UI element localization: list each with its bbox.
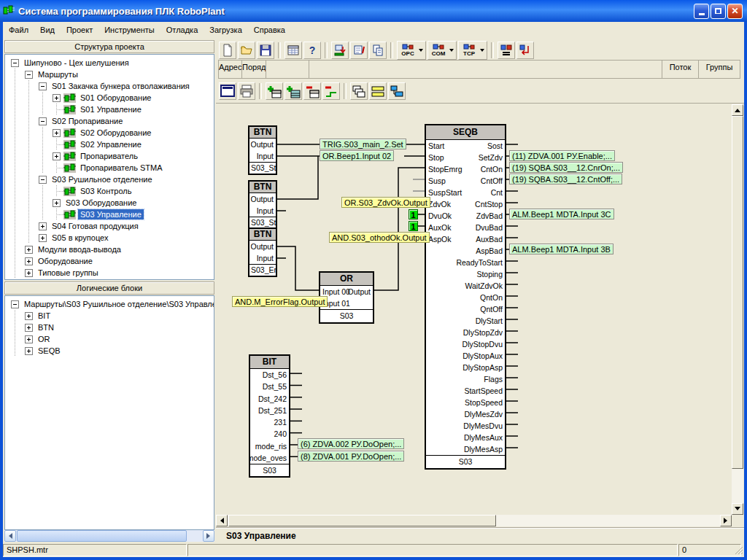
tree-item-label[interactable]: S03 Рушильное отделение (50, 174, 155, 184)
maximize-button[interactable] (711, 4, 726, 19)
constant-value-box[interactable]: 1 (409, 221, 418, 231)
tree-item[interactable]: Маршруты\S03 Рушильное отделение\S03 Упр… (5, 298, 214, 310)
tree-item[interactable]: S01 Оборудование (5, 92, 214, 104)
tree-item-label[interactable]: S03 Контроль (78, 186, 133, 196)
collapse-icon[interactable] (11, 59, 19, 67)
download-plc-button[interactable] (331, 42, 349, 59)
menu-item[interactable]: Вид (34, 24, 61, 36)
port-row[interactable]: DlyStart (426, 315, 505, 327)
connection-label[interactable]: (19) SQBA.S03__12.CntOff;... (509, 174, 622, 184)
scroll-thumb[interactable] (732, 116, 743, 469)
expand-icon[interactable] (39, 234, 47, 242)
connection-label[interactable]: OR.S03_ZdvOk.Output (341, 197, 430, 208)
connection-label[interactable]: OR.Beep1.Input 02 (320, 150, 394, 161)
connection-label[interactable]: ALM.Beep1 MDTA.Input 3C (509, 209, 614, 219)
open-file-button[interactable] (238, 42, 255, 59)
project-tree[interactable]: Шипуново - Цех шелушенияМаршрутыS01 Зака… (4, 54, 214, 280)
collapse-icon[interactable] (39, 82, 47, 90)
close-button[interactable]: ✕ (727, 4, 743, 19)
tree-item-label[interactable]: Маршруты\S03 Рушильное отделение\S03 Упр… (22, 299, 214, 309)
port-row[interactable]: ZdvOkCntStop (426, 198, 505, 210)
port-row[interactable]: DlyStopAsp (426, 362, 505, 373)
menu-item[interactable]: Проект (61, 24, 98, 36)
port-row[interactable]: StopEmrgCntOn (426, 163, 505, 175)
column-header-2[interactable]: Порядок (241, 60, 266, 79)
port-row[interactable]: Flags (426, 373, 505, 385)
port-row[interactable]: DlyStopDvu (426, 338, 505, 350)
port-row[interactable]: DvuOkZdvBad (426, 210, 505, 222)
port-row[interactable]: SuspCntOff (426, 175, 505, 187)
port-row[interactable]: Dst_251 (250, 405, 289, 416)
connection-label[interactable]: ALM.Beep1 MDTA.Input 3B (509, 244, 614, 254)
connection-label[interactable]: (19) SQBA.S03__12.CnrOn;... (509, 162, 623, 173)
tree-item[interactable]: Типовые группы (5, 267, 214, 279)
tree-item-label[interactable]: S03 Оборудование (63, 198, 139, 208)
block-bit[interactable]: BITDst_56Dst_55Dst_242Dst_251231240mode_… (249, 354, 290, 478)
tree-item[interactable]: S01 Управление (5, 104, 214, 115)
port-row[interactable]: 240 (250, 428, 289, 440)
tcp-connect-button[interactable]: TCP (458, 41, 487, 60)
resize-grip[interactable] (734, 545, 744, 556)
tree-item[interactable]: S04 Готовая продукция (5, 220, 214, 232)
align-horizontal-button[interactable] (369, 82, 387, 100)
tree-item-label[interactable]: BIT (36, 311, 53, 321)
tree-item[interactable]: SEQB (5, 345, 214, 357)
expand-icon[interactable] (39, 222, 47, 230)
dropdown-arrow-icon[interactable] (419, 49, 423, 54)
dropdown-arrow-icon[interactable] (480, 49, 484, 54)
column-header-1[interactable]: Адрес (218, 60, 242, 79)
port-row[interactable]: Input (249, 150, 276, 162)
tree-item-label[interactable]: S04 Готовая продукция (50, 221, 141, 231)
connection-label[interactable]: (11) ZDVA.001 РУ.Enable;... (509, 150, 615, 161)
tree-item-label[interactable]: S05 в крупоцех (50, 233, 110, 243)
expand-icon[interactable] (25, 335, 33, 343)
tree-item-label[interactable]: S02 Управление (78, 139, 144, 149)
block-seqb[interactable]: SEQBStartSostStopSetZdvStopEmrgCntOnSusp… (425, 124, 506, 470)
scroll-left-button[interactable] (4, 530, 16, 542)
port-row[interactable]: AspOkAuxBad (426, 233, 505, 245)
tree-item[interactable]: S03 Управление (5, 209, 214, 220)
port-row[interactable]: Dst_55 (250, 381, 289, 392)
expand-icon[interactable] (25, 246, 33, 254)
port-row[interactable]: Output (249, 193, 276, 205)
tree-item[interactable]: BTN (5, 322, 214, 333)
port-row[interactable]: Input 00Output (320, 286, 373, 298)
tree-item-label[interactable]: SEQB (36, 346, 63, 356)
collapse-icon[interactable] (11, 300, 19, 308)
tree-item[interactable]: OR (5, 333, 214, 345)
tree-item[interactable]: S02 Пропаривание (5, 115, 214, 127)
tree-item-label[interactable]: S03 Управление (78, 209, 144, 219)
tree-item-label[interactable]: S02 Пропаривание (50, 116, 125, 126)
tree-item[interactable]: S03 Оборудование (5, 197, 214, 209)
delete-link-button[interactable] (322, 82, 340, 100)
scheme-window-button[interactable] (219, 82, 236, 100)
expand-icon[interactable] (25, 257, 33, 265)
port-row[interactable]: DlyStopAux (426, 350, 505, 362)
expand-icon[interactable] (53, 129, 61, 137)
expand-icon[interactable] (25, 347, 33, 355)
expand-icon[interactable] (25, 312, 33, 320)
connection-label[interactable]: (6) ZDVA.002 РУ.DoOpen;... (298, 438, 404, 449)
upload-plc-button[interactable] (350, 42, 368, 59)
scroll-right-button[interactable] (720, 515, 732, 526)
port-row[interactable]: QntOn (426, 292, 505, 303)
port-row[interactable]: Dst_242 (250, 393, 289, 405)
minimize-button[interactable] (694, 4, 709, 19)
port-row[interactable]: Stoping (426, 268, 505, 280)
connection-label[interactable]: TRIG.S03_main_2.Set (320, 139, 406, 149)
tree-item[interactable]: Оборудование (5, 255, 214, 267)
scroll-up-button[interactable] (732, 104, 743, 116)
help-button[interactable]: ? (303, 42, 321, 59)
arrange-blocks-button[interactable] (350, 82, 368, 100)
port-row[interactable]: 231 (250, 416, 289, 428)
scroll-left-button[interactable] (216, 515, 228, 526)
tree-item[interactable]: Модули ввода-вывода (5, 244, 214, 255)
connection-label[interactable]: (8) ZDVA.001 РУ.DoOpen;... (298, 451, 404, 462)
port-row[interactable]: Input (249, 205, 276, 217)
tree-item-label[interactable]: S01 Управление (78, 104, 144, 114)
port-row[interactable]: StartSpeed (426, 385, 505, 397)
copy-button[interactable] (369, 42, 387, 59)
tree-item[interactable]: Маршруты (5, 69, 214, 80)
collapse-icon[interactable] (39, 176, 47, 184)
tree-item-label[interactable]: S01 Закачка бункера отволаживания (50, 81, 192, 91)
